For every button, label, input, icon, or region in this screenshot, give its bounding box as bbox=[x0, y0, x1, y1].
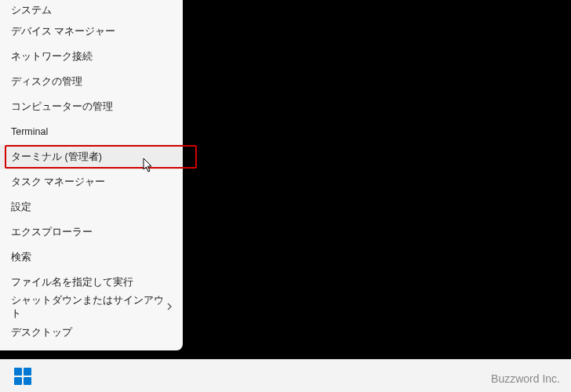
menu-item-system[interactable]: システム bbox=[0, 0, 183, 19]
menu-item-device-manager[interactable]: デバイス マネージャー bbox=[0, 19, 183, 44]
menu-item-label: コンピューターの管理 bbox=[11, 100, 113, 114]
menu-item-label: デスクトップ bbox=[11, 326, 72, 339]
menu-item-label: システム bbox=[11, 4, 52, 17]
start-button[interactable] bbox=[6, 360, 39, 393]
menu-item-shutdown-signout[interactable]: シャットダウンまたはサインアウト bbox=[0, 295, 183, 320]
menu-item-label: タスク マネージャー bbox=[11, 176, 105, 189]
menu-item-disk-management[interactable]: ディスクの管理 bbox=[0, 69, 183, 94]
menu-item-label: 検索 bbox=[11, 251, 31, 264]
menu-item-terminal[interactable]: Terminal bbox=[0, 119, 183, 144]
menu-item-settings[interactable]: 設定 bbox=[0, 194, 183, 220]
winx-context-menu: システム デバイス マネージャー ネットワーク接続 ディスクの管理 コンピュータ… bbox=[0, 0, 183, 350]
menu-item-label: シャットダウンまたはサインアウト bbox=[11, 294, 172, 321]
menu-item-label: ターミナル (管理者) bbox=[11, 151, 102, 164]
chevron-right-icon bbox=[167, 303, 172, 312]
menu-item-label: 設定 bbox=[11, 201, 31, 214]
menu-item-network-connections[interactable]: ネットワーク接続 bbox=[0, 44, 183, 69]
watermark-text: Buzzword Inc. bbox=[491, 372, 560, 385]
menu-item-label: デバイス マネージャー bbox=[11, 25, 115, 38]
taskbar: Buzzword Inc. bbox=[0, 359, 571, 392]
menu-item-computer-management[interactable]: コンピューターの管理 bbox=[0, 94, 183, 119]
menu-item-label: エクスプローラー bbox=[11, 226, 93, 239]
menu-item-run[interactable]: ファイル名を指定して実行 bbox=[0, 270, 183, 295]
menu-item-search[interactable]: 検索 bbox=[0, 245, 183, 270]
menu-list: システム デバイス マネージャー ネットワーク接続 ディスクの管理 コンピュータ… bbox=[0, 0, 183, 345]
menu-item-label: ネットワーク接続 bbox=[11, 50, 93, 64]
menu-item-task-manager[interactable]: タスク マネージャー bbox=[0, 169, 183, 194]
menu-item-label: Terminal bbox=[11, 126, 48, 137]
menu-item-label: ディスクの管理 bbox=[11, 75, 82, 89]
windows-logo-icon bbox=[14, 368, 31, 385]
menu-item-terminal-admin[interactable]: ターミナル (管理者) bbox=[0, 144, 183, 169]
menu-item-label: ファイル名を指定して実行 bbox=[11, 276, 133, 289]
menu-item-desktop[interactable]: デスクトップ bbox=[0, 320, 183, 345]
menu-item-explorer[interactable]: エクスプローラー bbox=[0, 220, 183, 245]
